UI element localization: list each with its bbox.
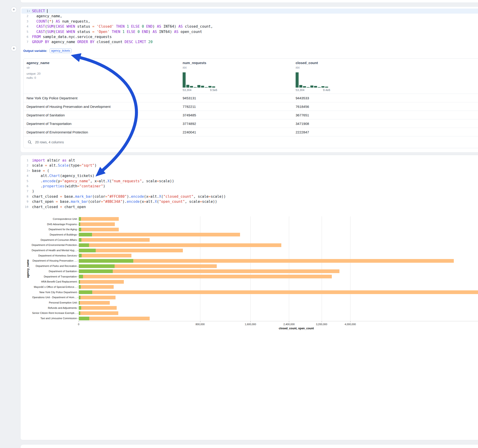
y-tick [77, 313, 79, 313]
y-axis-label: Mayorâ€ s Office of Special Enforce… [20, 286, 77, 288]
y-axis-label: Senior Citizen Rent Increase Exempti… [20, 311, 77, 314]
bar-open_count [79, 275, 83, 278]
bar-open_count [79, 280, 80, 284]
bar-open_count [79, 269, 113, 273]
bar-closed_count [79, 296, 115, 299]
fold-spacer [28, 34, 32, 39]
output-variable-chip[interactable]: agency_tickets [50, 48, 72, 53]
line-number: 2 [22, 14, 28, 19]
histogram-bar [299, 85, 302, 87]
bar-closed_count [79, 280, 124, 284]
histogram-bar [190, 86, 193, 87]
histogram-bar [201, 86, 204, 87]
code-line: 7GROUP BY agency_name ORDER BY closed_co… [22, 39, 213, 44]
x-axis-label: 2,400,000 [278, 323, 299, 326]
histogram-bar [194, 87, 197, 87]
column-stats: unique: 20 [26, 72, 41, 75]
x-axis-title: closed_count, open_count [279, 327, 314, 330]
y-axis-label: Department of Homeless Services [20, 254, 77, 257]
x-axis-label: 3,200,000 [311, 323, 332, 326]
y-axis-label: Department for the Aging [20, 228, 77, 231]
code-text: COUNT(*) AS num_requests, [32, 19, 90, 24]
fold-spacer [28, 29, 32, 34]
y-tick [77, 292, 79, 292]
table-row[interactable]: New York City Police Department945313194… [24, 93, 478, 102]
histogram-bar [303, 86, 306, 87]
fold-chevron-icon[interactable]: ▾ [28, 8, 32, 14]
column-type: i64 [296, 66, 300, 69]
y-tick [77, 224, 79, 224]
code-line: 6FROM sample_data.nyc.service_requests [22, 34, 213, 39]
bar-open_count [79, 306, 81, 310]
table-row[interactable]: Department of Sanitation37494853677651 [24, 111, 478, 119]
histogram-bar [307, 87, 310, 87]
line-number: 6 [22, 34, 28, 39]
table-row[interactable]: Department of Housing Preservation and D… [24, 102, 478, 111]
python-cell: 1import altair as alt2scale = alt.Scale(… [20, 155, 478, 440]
y-axis-label: Personal Exemption Unit [20, 301, 77, 304]
gridline [322, 216, 322, 321]
bar-open_count [79, 222, 80, 226]
bar-open_count [79, 311, 80, 315]
column-header[interactable]: closed_count [296, 61, 318, 65]
altair-chart: 0800,0001,600,0002,400,0003,200,0004,000… [20, 155, 478, 440]
x-axis-label: 1,600,000 [240, 323, 261, 326]
histogram-bar [318, 87, 321, 87]
search-icon[interactable] [28, 140, 32, 144]
table-cell: Department of Sanitation [26, 111, 65, 119]
line-number: 4 [22, 24, 28, 29]
output-variable-label: Output variable: [23, 49, 47, 53]
y-tick [77, 250, 79, 251]
histogram-bar [186, 85, 189, 87]
x-axis-domain [79, 321, 478, 321]
bar-closed_count [79, 238, 150, 242]
y-tick [77, 219, 79, 219]
add-cell-button[interactable]: + [11, 7, 17, 13]
code-text: agency_name, [32, 14, 62, 19]
bar-closed_count [79, 306, 117, 310]
sql-code-editor[interactable]: 1▾SELECT 2 agency_name,3 COUNT(*) AS num… [22, 8, 213, 45]
y-axis-label: Department of Consumer Affairs [20, 238, 77, 241]
add-cell-button[interactable]: + [11, 45, 17, 51]
table-row[interactable]: Department of Transportation377489234719… [24, 119, 478, 128]
code-text: SELECT [32, 8, 48, 14]
bar-closed_count [79, 243, 281, 247]
bar-open_count [79, 217, 81, 221]
y-axis-title: agency_name [26, 260, 30, 278]
gridline [79, 216, 79, 321]
table-footer: 20 rows, 4 columns [24, 136, 478, 148]
histogram-range: 53,3049.4e6 [296, 88, 330, 92]
column-histogram [183, 72, 216, 87]
bar-open_count [79, 296, 81, 299]
line-number: 1 [22, 8, 28, 14]
code-line: 1▾SELECT [22, 8, 213, 14]
column-header[interactable]: agency_name [26, 61, 49, 65]
previous-cell-edge [20, 0, 478, 3]
y-tick [77, 245, 79, 245]
table-cell: 3749485 [183, 111, 196, 119]
y-axis-label: HRA Benefit Card Replacement [20, 280, 77, 283]
fold-spacer [28, 14, 32, 19]
y-axis-label: Correspondence Unit [20, 218, 77, 220]
notebook-page: { "ui": { "add_cell": "+" }, "colors": {… [0, 0, 478, 448]
table-row[interactable]: Department of Environmental Protection22… [24, 128, 478, 137]
table-cell: 3471908 [296, 119, 309, 128]
x-axis-label: 800,000 [190, 323, 211, 326]
table-cell: New York City Police Department [26, 94, 77, 102]
line-number: 5 [22, 29, 28, 34]
y-tick [77, 318, 79, 319]
histogram-bar [212, 87, 215, 87]
bar-open_count [79, 317, 89, 320]
table-cell: 2222847 [296, 128, 309, 137]
table-cell: 3677651 [296, 111, 309, 119]
y-tick [77, 235, 79, 235]
column-header[interactable]: num_requests [183, 61, 206, 65]
gridline [250, 216, 251, 321]
bar-open_count [79, 243, 89, 247]
code-line: 5 CAST(SUM(CASE WHEN status = 'Open' THE… [22, 29, 213, 34]
histogram-bar [197, 85, 200, 87]
y-axis-label: Operations Unit - Department of Hom… [20, 296, 77, 299]
bar-closed_count [79, 217, 119, 221]
bar-closed_count [79, 254, 132, 257]
y-axis-label: Taxi and Limousine Commission [20, 317, 77, 320]
